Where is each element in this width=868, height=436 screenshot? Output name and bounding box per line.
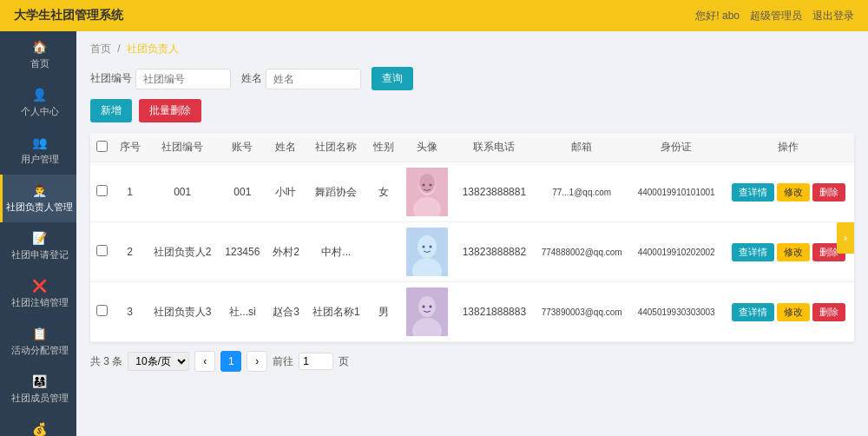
row3-idcard: 4405019930303003 xyxy=(630,282,723,342)
user-mgmt-icon: 👥 xyxy=(32,135,47,149)
row1-email: 77...1@qq.com xyxy=(534,162,630,222)
row2-club-number: 社团负责人2 xyxy=(147,222,219,282)
svg-point-15 xyxy=(430,306,432,308)
table-header-row: 序号 社团编号 账号 姓名 社团名称 性别 头像 联系电话 邮箱 身份证 操作 xyxy=(90,133,854,162)
row2-account: 123456 xyxy=(219,222,266,282)
sidebar-item-home[interactable]: 🏠 首页 xyxy=(0,31,76,79)
user-greeting: 您好! abo xyxy=(695,9,740,23)
search-button[interactable]: 查询 xyxy=(372,67,413,90)
sidebar-label-club-cancel: 社团注销管理 xyxy=(11,296,69,309)
col-seq: 序号 xyxy=(113,133,146,162)
fund-mgmt-icon: 💰 xyxy=(32,422,47,436)
go-to-input[interactable] xyxy=(299,353,333,370)
row2-edit-btn[interactable]: 修改 xyxy=(777,243,810,261)
prev-page-btn[interactable]: ‹ xyxy=(194,351,215,372)
row1-name: 小叶 xyxy=(266,162,306,222)
row3-phone: 13821888883 xyxy=(455,282,533,342)
row1-phone: 13823888881 xyxy=(455,162,533,222)
sidebar-item-club-cancel[interactable]: ❌ 社团注销管理 xyxy=(0,270,76,318)
svg-point-4 xyxy=(423,184,425,187)
per-page-select[interactable]: 10条/页 20条/页 xyxy=(128,352,189,371)
row3-delete-btn[interactable]: 删除 xyxy=(812,303,845,321)
row3-gender: 男 xyxy=(367,282,400,342)
svg-point-7 xyxy=(418,235,437,258)
sidebar-item-fund-mgmt[interactable]: 💰 经费管理 xyxy=(0,413,76,436)
logout-link[interactable]: 退出登录 xyxy=(812,9,854,23)
row3-edit-btn[interactable]: 修改 xyxy=(777,303,810,321)
go-to-label: 前往 xyxy=(273,354,293,369)
col-idcard: 身份证 xyxy=(630,133,723,162)
right-arrow-button[interactable]: › xyxy=(837,222,854,254)
add-button[interactable]: 新增 xyxy=(90,99,132,122)
col-club-name: 社团名称 xyxy=(306,133,367,162)
row2-detail-btn[interactable]: 查详情 xyxy=(732,243,774,261)
row1-delete-btn[interactable]: 删除 xyxy=(812,183,845,201)
sidebar-label-user-mgmt: 用户管理 xyxy=(21,153,59,166)
row1-detail-btn[interactable]: 查详情 xyxy=(732,183,774,201)
row3-email: 773890003@qq.com xyxy=(534,282,630,342)
row1-checkbox[interactable] xyxy=(96,185,108,196)
row3-checkbox[interactable] xyxy=(96,305,108,316)
club-number-input[interactable] xyxy=(135,69,231,89)
svg-point-14 xyxy=(423,306,425,308)
action-bar: 新增 批量删除 xyxy=(90,99,854,122)
row3-account: 社...si xyxy=(219,282,266,342)
col-gender: 性别 xyxy=(367,133,400,162)
user-info-area: 您好! abo 超级管理员 退出登录 xyxy=(695,9,854,23)
col-operation: 操作 xyxy=(723,133,854,162)
pagination: 共 3 条 10条/页 20条/页 ‹ 1 › 前往 页 xyxy=(90,351,854,372)
row1-edit-btn[interactable]: 修改 xyxy=(777,183,810,201)
row3-select xyxy=(90,282,113,342)
breadcrumb: 首页 / 社团负责人 xyxy=(90,42,854,56)
bulk-delete-button[interactable]: 批量删除 xyxy=(139,99,201,122)
sidebar: 🏠 首页 👤 个人中心 👥 用户管理 👨‍💼 社团负责人管理 📝 社团申请登记 … xyxy=(0,31,76,436)
row2-club-name: 中村... xyxy=(306,222,367,282)
page-1-btn[interactable]: 1 xyxy=(220,351,241,372)
row1-account: 001 xyxy=(219,162,266,222)
breadcrumb-separator: / xyxy=(117,43,120,55)
sidebar-item-club-member[interactable]: 👨‍👩‍👧 社团成员管理 xyxy=(0,366,76,413)
col-email: 邮箱 xyxy=(534,133,630,162)
sidebar-label-club-apply: 社团申请登记 xyxy=(11,248,69,261)
row1-club-name: 舞蹈协会 xyxy=(306,162,367,222)
sidebar-item-profile[interactable]: 👤 个人中心 xyxy=(0,79,76,127)
name-input[interactable] xyxy=(266,69,361,89)
sidebar-item-club-person[interactable]: 👨‍💼 社团负责人管理 xyxy=(0,175,76,222)
row2-select xyxy=(90,222,113,282)
svg-point-12 xyxy=(418,296,436,317)
avatar-img-3 xyxy=(406,287,448,336)
row3-name: 赵合3 xyxy=(266,282,306,342)
avatar-img-2 xyxy=(406,228,448,276)
next-page-btn[interactable]: › xyxy=(247,351,267,372)
home-icon: 🏠 xyxy=(32,40,47,54)
total-count: 共 3 条 xyxy=(90,354,122,369)
name-label: 姓名 xyxy=(241,71,262,86)
row2-email: 774888002@qq.com xyxy=(534,222,630,282)
col-phone: 联系电话 xyxy=(455,133,533,162)
club-number-search-group: 社团编号 xyxy=(90,69,231,89)
row2-avatar xyxy=(400,222,455,282)
row3-detail-btn[interactable]: 查详情 xyxy=(732,303,774,321)
name-search-group: 姓名 xyxy=(241,69,361,89)
row2-operations: 查详情 修改 删除 xyxy=(723,222,854,282)
row2-checkbox[interactable] xyxy=(96,245,108,256)
row1-club-number: 001 xyxy=(147,162,219,222)
layout: 🏠 首页 👤 个人中心 👥 用户管理 👨‍💼 社团负责人管理 📝 社团申请登记 … xyxy=(0,31,868,436)
club-cancel-icon: ❌ xyxy=(32,279,47,293)
col-club-number: 社团编号 xyxy=(147,133,219,162)
row2-name: 外村2 xyxy=(266,222,306,282)
svg-point-5 xyxy=(430,184,432,187)
activity-mgmt-icon: 📋 xyxy=(32,327,47,340)
table-row: 1 001 001 小叶 舞蹈协会 女 xyxy=(90,162,854,222)
svg-point-10 xyxy=(430,246,432,248)
club-member-icon: 👨‍👩‍👧 xyxy=(32,374,47,388)
page-unit: 页 xyxy=(339,354,349,369)
sidebar-item-user-mgmt[interactable]: 👥 用户管理 xyxy=(0,127,76,175)
row3-operations: 查详情 修改 删除 xyxy=(723,282,854,342)
col-account: 账号 xyxy=(219,133,266,162)
sidebar-item-activity-mgmt[interactable]: 📋 活动分配管理 xyxy=(0,318,76,366)
sidebar-item-club-apply[interactable]: 📝 社团申请登记 xyxy=(0,222,76,270)
breadcrumb-home[interactable]: 首页 xyxy=(90,43,111,55)
row3-club-name: 社团名称1 xyxy=(306,282,367,342)
select-all-checkbox[interactable] xyxy=(96,141,108,152)
